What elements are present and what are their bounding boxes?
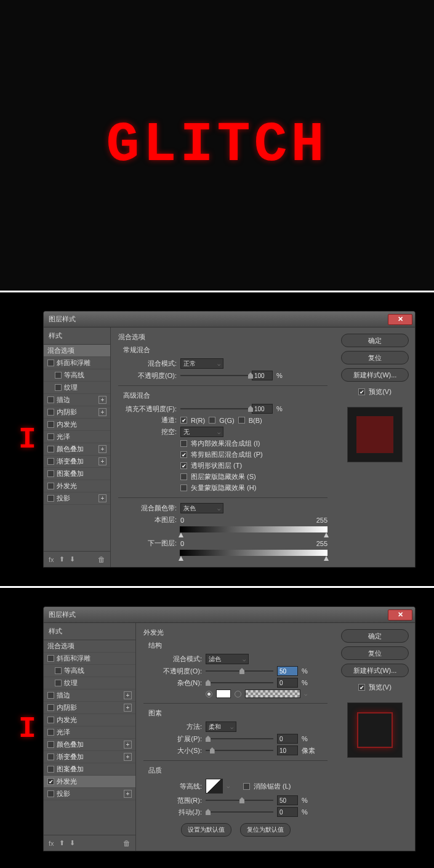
- style-checkbox[interactable]: [47, 790, 54, 797]
- style-checkbox[interactable]: [47, 409, 54, 416]
- cancel-button[interactable]: 复位: [341, 646, 409, 660]
- style-item[interactable]: 图案叠加: [44, 763, 135, 776]
- style-checkbox[interactable]: [47, 470, 54, 477]
- add-effect-icon[interactable]: +: [124, 704, 132, 712]
- style-checkbox[interactable]: [47, 360, 54, 366]
- style-item[interactable]: 渐变叠加+: [44, 456, 110, 468]
- style-item[interactable]: 光泽: [44, 726, 135, 739]
- style-checkbox[interactable]: [55, 372, 62, 379]
- add-effect-icon[interactable]: +: [124, 691, 132, 699]
- add-effect-icon[interactable]: +: [98, 494, 106, 502]
- style-item[interactable]: 外发光: [44, 776, 135, 788]
- style-checkbox[interactable]: [47, 458, 54, 465]
- style-checkbox[interactable]: [47, 421, 54, 428]
- trash-icon[interactable]: 🗑: [98, 555, 105, 564]
- opt1-checkbox[interactable]: [180, 440, 187, 447]
- style-item[interactable]: 等高线: [44, 665, 135, 677]
- style-checkbox[interactable]: [47, 717, 54, 723]
- opacity-slider[interactable]: [206, 670, 273, 672]
- cancel-button[interactable]: 复位: [341, 351, 409, 364]
- style-checkbox[interactable]: [47, 396, 54, 403]
- style-item[interactable]: 投影+: [44, 788, 135, 800]
- style-item[interactable]: 光泽: [44, 431, 110, 443]
- arrow-down-icon[interactable]: ⬇: [70, 839, 75, 847]
- preview-checkbox[interactable]: [358, 388, 365, 395]
- style-item[interactable]: 纹理: [44, 677, 135, 689]
- add-effect-icon[interactable]: +: [98, 408, 106, 416]
- style-item[interactable]: 混合选项: [44, 345, 110, 357]
- knockout-dropdown[interactable]: 无: [180, 427, 223, 437]
- add-effect-icon[interactable]: +: [124, 753, 132, 761]
- style-checkbox[interactable]: [47, 753, 54, 760]
- gradient-radio[interactable]: [235, 691, 241, 697]
- trash-icon[interactable]: 🗑: [123, 839, 131, 848]
- opt2-checkbox[interactable]: [180, 451, 187, 458]
- glow-gradient-swatch[interactable]: [245, 689, 300, 698]
- style-item[interactable]: 混合选项: [44, 640, 135, 653]
- style-item[interactable]: 描边+: [44, 394, 110, 406]
- style-checkbox[interactable]: [47, 741, 54, 748]
- channel-b-checkbox[interactable]: [238, 417, 245, 424]
- style-checkbox[interactable]: [47, 433, 54, 440]
- channel-r-checkbox[interactable]: [180, 417, 187, 424]
- opt3-checkbox[interactable]: [180, 462, 187, 469]
- style-checkbox[interactable]: [47, 495, 54, 502]
- add-effect-icon[interactable]: +: [98, 396, 106, 404]
- noise-slider[interactable]: [206, 682, 273, 683]
- new-style-button[interactable]: 新建样式(W)...: [341, 664, 409, 677]
- ok-button[interactable]: 确定: [341, 629, 409, 643]
- size-slider[interactable]: [206, 750, 273, 751]
- add-effect-icon[interactable]: +: [124, 741, 132, 749]
- titlebar[interactable]: 图层样式 ✕: [44, 607, 415, 623]
- style-item[interactable]: 颜色叠加+: [44, 739, 135, 751]
- style-checkbox[interactable]: [55, 667, 62, 674]
- opacity-slider[interactable]: [180, 375, 248, 376]
- style-checkbox[interactable]: [47, 655, 54, 662]
- style-item[interactable]: 斜面和浮雕: [44, 357, 110, 369]
- style-checkbox[interactable]: [47, 704, 54, 711]
- opt5-checkbox[interactable]: [180, 484, 187, 491]
- make-default-button[interactable]: 设置为默认值: [181, 823, 231, 837]
- glow-color-swatch[interactable]: [216, 689, 231, 698]
- spread-input[interactable]: 0: [277, 734, 298, 744]
- under-layer-gradient[interactable]: [180, 550, 328, 556]
- style-item[interactable]: 描边+: [44, 689, 135, 702]
- style-checkbox[interactable]: [47, 692, 54, 699]
- spread-slider[interactable]: [206, 738, 273, 739]
- size-input[interactable]: 10: [277, 745, 298, 755]
- style-checkbox[interactable]: [47, 446, 54, 452]
- style-checkbox[interactable]: [47, 729, 54, 736]
- add-effect-icon[interactable]: +: [98, 445, 106, 453]
- reset-default-button[interactable]: 复位为默认值: [240, 823, 291, 837]
- range-input[interactable]: 50: [277, 795, 298, 805]
- style-checkbox[interactable]: [55, 384, 62, 391]
- close-button[interactable]: ✕: [388, 314, 412, 325]
- channel-g-checkbox[interactable]: [209, 417, 215, 424]
- style-item[interactable]: 内发光: [44, 419, 110, 431]
- fill-opacity-input[interactable]: 100: [252, 404, 273, 414]
- style-item[interactable]: 图案叠加: [44, 468, 110, 480]
- style-item[interactable]: 颜色叠加+: [44, 443, 110, 456]
- jitter-input[interactable]: 0: [277, 807, 298, 817]
- ok-button[interactable]: 确定: [341, 334, 409, 347]
- antialias-checkbox[interactable]: [243, 783, 250, 790]
- style-item[interactable]: 外发光: [44, 480, 110, 492]
- fill-opacity-slider[interactable]: [180, 408, 248, 409]
- range-slider[interactable]: [206, 800, 273, 801]
- jitter-slider[interactable]: [206, 811, 273, 813]
- style-item[interactable]: 纹理: [44, 382, 110, 394]
- style-checkbox[interactable]: [47, 766, 54, 773]
- style-item[interactable]: 斜面和浮雕: [44, 653, 135, 665]
- arrow-up-icon[interactable]: ⬆: [59, 839, 65, 847]
- style-checkbox[interactable]: [55, 680, 62, 686]
- contour-swatch[interactable]: [206, 779, 223, 794]
- add-effect-icon[interactable]: +: [124, 790, 132, 798]
- style-item[interactable]: 内阴影+: [44, 702, 135, 714]
- blendif-dropdown[interactable]: 灰色: [180, 503, 223, 513]
- technique-dropdown[interactable]: 柔和: [206, 721, 236, 732]
- arrow-up-icon[interactable]: ⬆: [59, 555, 65, 563]
- style-checkbox[interactable]: [47, 483, 54, 489]
- preview-checkbox[interactable]: [358, 684, 365, 691]
- titlebar[interactable]: 图层样式 ✕: [44, 311, 415, 328]
- style-item[interactable]: 内阴影+: [44, 406, 110, 419]
